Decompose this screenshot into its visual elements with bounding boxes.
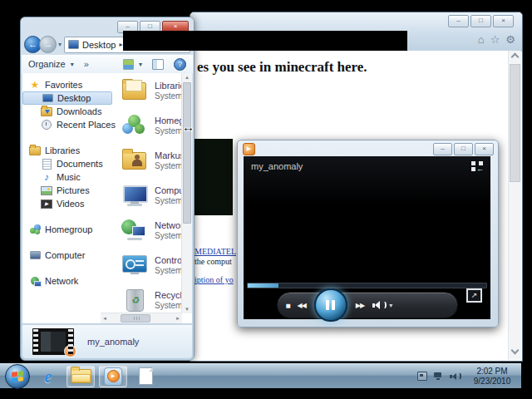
folder-icon (71, 369, 91, 383)
taskbar-item-document[interactable] (131, 366, 160, 387)
minimize-button[interactable]: – (448, 15, 469, 27)
sidebar-item-label: Pictures (57, 185, 90, 195)
homegroup-icon (121, 113, 149, 138)
hardware-icon[interactable] (417, 372, 427, 381)
libraries-folder-icon (29, 145, 41, 156)
homegroup-icon (29, 224, 41, 235)
scroll-down-icon[interactable]: ▼ (182, 305, 192, 313)
sidebar-item-pictures[interactable]: Pictures (22, 184, 121, 197)
taskbar-item-media-player[interactable]: ▶ (99, 366, 127, 387)
sidebar-item-videos[interactable]: ▶ Videos (22, 197, 121, 210)
explorer-window: – □ × ← → ▾ Desktop ▸ Organize ▾ » ▾ ? (20, 17, 195, 361)
preview-pane-icon[interactable] (152, 59, 164, 70)
fullscreen-button[interactable]: ↗ (466, 288, 482, 303)
organize-dropdown-icon[interactable]: ▾ (71, 61, 74, 68)
switch-to-library-icon[interactable]: ← (471, 161, 483, 171)
overflow-chevron-icon[interactable]: » (84, 59, 89, 69)
censor-bar (123, 31, 407, 51)
sidebar-item-documents[interactable]: Documents (22, 157, 121, 170)
close-button[interactable]: × (493, 15, 514, 27)
video-area[interactable]: my_anomaly ← ■ ◀◀ ▶▶ ▾ ↗ (244, 156, 490, 319)
seek-bar[interactable] (247, 283, 487, 288)
close-button[interactable]: × (475, 143, 494, 155)
file-item-computer[interactable]: Comput System (121, 178, 185, 213)
network-status-icon[interactable] (434, 372, 443, 381)
fast-forward-button[interactable]: ▶▶ (356, 302, 364, 309)
sidebar-item-music[interactable]: ♪ Music (22, 170, 121, 184)
views-dropdown-icon[interactable]: ▾ (139, 61, 142, 68)
scrollbar-thumb[interactable] (183, 82, 191, 224)
breadcrumb[interactable]: Desktop (82, 40, 116, 50)
sidebar-group-computer[interactable]: Computer (22, 249, 121, 262)
rewind-button[interactable]: ◀◀ (298, 302, 306, 309)
page-link[interactable]: MEDIATEL (195, 247, 236, 256)
media-play-badge-icon: ▶ (64, 345, 76, 357)
libraries-folder-icon (121, 78, 149, 103)
sidebar-group-homegroup[interactable]: Homegroup (22, 223, 121, 236)
organize-button[interactable]: Organize (28, 59, 66, 69)
scroll-down-icon[interactable] (511, 347, 520, 355)
start-button[interactable] (5, 364, 30, 389)
file-item-network[interactable]: Network System F (121, 213, 185, 248)
page-link[interactable]: iption of yo (195, 275, 234, 284)
page-text: the comput (195, 257, 232, 266)
taskbar-item-explorer[interactable] (66, 366, 95, 387)
help-icon[interactable]: ? (174, 58, 186, 71)
sidebar-group-favorites[interactable]: ★ Favorites (22, 78, 121, 91)
file-item-homegroup[interactable]: Homegro System F (121, 108, 185, 143)
home-icon[interactable]: ⌂ (478, 33, 485, 46)
pause-button[interactable] (314, 288, 347, 322)
scrollbar-thumb[interactable] (121, 314, 150, 323)
file-list-scrollbar[interactable]: ▲ ▼ (181, 73, 192, 313)
file-item-user-folder[interactable]: Markus System F (121, 143, 185, 178)
taskbar-clock[interactable]: 2:02 PM 9/23/2010 (468, 367, 516, 387)
sidebar-group-network[interactable]: Network (22, 274, 121, 288)
media-player-icon: ▶ (104, 367, 122, 386)
restore-button[interactable]: □ (470, 15, 491, 27)
sidebar-item-label: Downloads (57, 106, 101, 116)
sidebar-item-downloads[interactable]: Downloads (22, 105, 121, 118)
stop-button[interactable]: ■ (286, 301, 291, 310)
volume-control[interactable]: ▾ (372, 301, 392, 309)
scrollbar-thumb[interactable] (510, 64, 520, 182)
maximize-button[interactable]: □ (454, 143, 473, 155)
playback-controls: ■ ◀◀ ▶▶ ▾ (277, 292, 458, 318)
history-dropdown-icon[interactable]: ▾ (58, 41, 62, 48)
breadcrumb-arrow-icon[interactable]: ▸ (119, 41, 122, 48)
scroll-left-icon[interactable]: ◄ (101, 316, 109, 321)
network-icon (121, 218, 149, 243)
wmp-logo-icon: ▶ (243, 143, 255, 155)
wmp-window-controls: – □ × (433, 143, 494, 155)
sidebar-item-desktop[interactable]: Desktop (22, 91, 112, 105)
browser-scrollbar[interactable] (508, 51, 521, 360)
file-item-libraries[interactable]: Libraries System F (121, 73, 185, 108)
sidebar-item-label: Recent Places (57, 120, 116, 130)
file-item-control-panel[interactable]: Control System F (121, 248, 185, 283)
system-tray: 2:02 PM 9/23/2010 (417, 364, 516, 388)
favorites-icon[interactable]: ☆ (490, 33, 500, 46)
music-note-icon: ♪ (41, 172, 52, 183)
scroll-up-icon[interactable] (511, 53, 520, 62)
settings-gear-icon[interactable]: ⚙ (505, 33, 515, 46)
horizontal-scrollbar[interactable]: ◄ ► (101, 313, 182, 323)
video-file-thumbnail[interactable]: ▶ (32, 328, 74, 355)
scroll-up-icon[interactable]: ▲ (182, 73, 192, 81)
file-item-recycle-bin[interactable]: ♻ Recycle System F (121, 283, 185, 313)
taskbar-item-internet-explorer[interactable]: e (34, 366, 62, 387)
sidebar-item-recent-places[interactable]: Recent Places (22, 118, 121, 131)
views-icon[interactable] (123, 59, 134, 70)
minimize-button[interactable]: – (433, 143, 452, 155)
selected-file-name: my_anomaly (87, 337, 139, 347)
forward-button[interactable]: → (39, 36, 57, 53)
file-list: Libraries System F Homegro System F Mark… (121, 73, 185, 313)
page-embedded-image (192, 139, 233, 215)
command-bar: Organize ▾ » ▾ ? (22, 55, 193, 74)
document-icon (41, 159, 52, 170)
volume-dropdown-icon[interactable]: ▾ (389, 302, 392, 309)
sidebar-group-libraries[interactable]: Libraries (22, 144, 121, 157)
page-heading: es you see in minecraft here. (197, 59, 367, 76)
scroll-right-icon[interactable]: ► (174, 316, 182, 321)
desktop-icon (42, 93, 53, 104)
video-icon: ▶ (41, 199, 52, 209)
volume-icon[interactable] (450, 372, 461, 380)
